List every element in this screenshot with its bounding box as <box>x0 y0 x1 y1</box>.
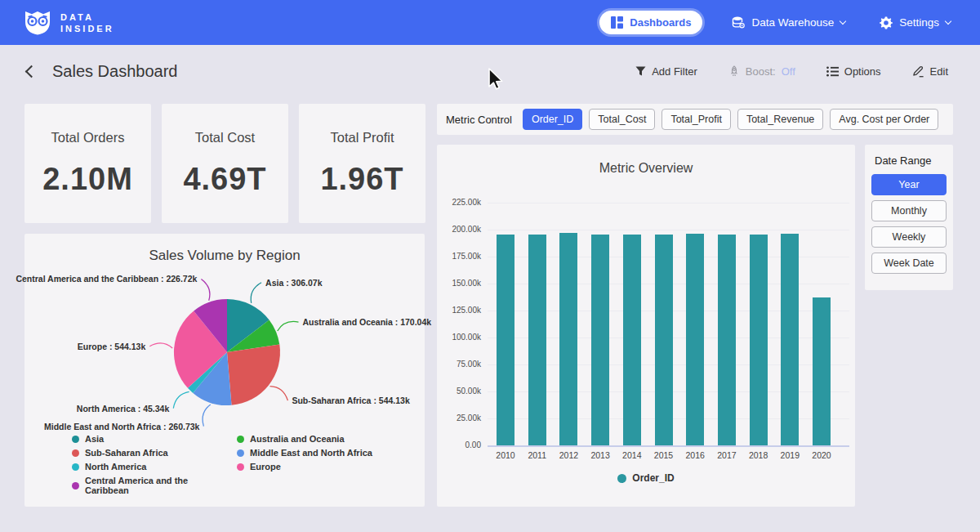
nav-dashboards-button[interactable]: Dashboards <box>599 11 702 34</box>
kpi-row: Total Orders 2.10M Total Cost 4.69T Tota… <box>24 104 425 223</box>
nav-settings-button[interactable]: Settings <box>875 16 956 30</box>
y-axis-tick: 0.00 <box>439 440 481 449</box>
metric-chip-total-profit[interactable]: Total_Profit <box>662 109 731 130</box>
bar-chart-legend-item[interactable]: Order_ID <box>437 472 855 484</box>
bar-2019[interactable] <box>781 234 799 445</box>
pie-legend-item-north-america[interactable]: North America <box>72 462 230 472</box>
bar-2016[interactable] <box>686 234 704 445</box>
metric-control-bar: Metric Control Order_IDTotal_CostTotal_P… <box>437 104 953 135</box>
x-axis-label-2014: 2014 <box>616 450 648 460</box>
x-axis-label-2018: 2018 <box>742 450 775 460</box>
bar-2015[interactable] <box>655 235 673 445</box>
legend-label: Middle East and North Africa <box>250 448 372 458</box>
x-axis-label-2020: 2020 <box>805 450 838 460</box>
metric-chip-avg-cost-per-order[interactable]: Avg. Cost per Order <box>830 109 938 130</box>
add-filter-button[interactable]: Add Filter <box>630 65 702 78</box>
y-axis-tick: 175.00k <box>439 252 481 261</box>
owl-logo-icon <box>23 10 52 35</box>
bar-chart-card: Metric Overview Order_ID 225.00k200.00k1… <box>437 145 855 507</box>
date-range-weekly[interactable]: Weekly <box>871 226 947 248</box>
nav-settings-label: Settings <box>899 16 939 29</box>
x-axis-label-2015: 2015 <box>648 450 680 460</box>
pie-legend-item-middle-east-and-north-africa[interactable]: Middle East and North Africa <box>237 448 372 458</box>
y-axis-tick: 25.00k <box>439 414 481 422</box>
bar-chart-title: Metric Overview <box>437 161 855 176</box>
pie-label-asia: Asia : 306.07k <box>265 278 322 288</box>
header-actions: Add Filter Boost: Off Options Ed <box>630 65 953 78</box>
dashboard-grid-icon <box>611 16 623 29</box>
pie-legend-item-europe[interactable]: Europe <box>237 462 372 472</box>
pie-legend-item-central-america-and-the-caribbean[interactable]: Central America and the Caribbean <box>72 476 230 495</box>
boost-toggle[interactable]: Boost: Off <box>724 65 800 78</box>
add-filter-label: Add Filter <box>652 65 697 78</box>
pie-label-sub-saharan-africa: Sub-Saharan Africa : 544.13k <box>292 396 409 405</box>
kpi-label: Total Orders <box>51 130 125 145</box>
bar-2017[interactable] <box>718 235 736 445</box>
back-button[interactable] <box>25 65 38 78</box>
bar-2012[interactable] <box>559 233 577 445</box>
pie-label-middle-east-and-north-africa: Middle East and North Africa : 260.73k <box>44 422 199 431</box>
metric-chip-total-revenue[interactable]: Total_Revenue <box>737 109 823 130</box>
x-axis-label-2011: 2011 <box>521 450 554 460</box>
edit-button[interactable]: Edit <box>907 65 953 78</box>
gridline <box>488 230 849 230</box>
pie-legend-item-australia-and-oceania[interactable]: Australia and Oceania <box>237 434 372 444</box>
kpi-value: 2.10M <box>42 162 133 197</box>
pie-label-australia-and-oceania: Australia and Oceania : 170.04k <box>303 317 432 327</box>
metric-control-options: Order_IDTotal_CostTotal_ProfitTotal_Reve… <box>523 109 938 130</box>
nav-data-warehouse-label: Data Warehouse <box>751 16 834 29</box>
kpi-value: 4.69T <box>183 162 266 197</box>
bar-2018[interactable] <box>750 235 768 445</box>
date-range-label: Date Range <box>875 154 947 167</box>
legend-dot <box>72 449 79 457</box>
y-axis-tick: 225.00k <box>439 198 481 207</box>
legend-label: Central America and the Caribbean <box>85 476 230 495</box>
nav-data-warehouse-button[interactable]: Data Warehouse <box>727 16 850 29</box>
x-axis-label-2013: 2013 <box>584 450 617 460</box>
bar-2011[interactable] <box>528 235 546 445</box>
bar-2020[interactable] <box>813 297 831 445</box>
y-axis-tick: 100.00k <box>439 333 481 342</box>
bar-2013[interactable] <box>591 235 609 445</box>
x-axis-label-2019: 2019 <box>773 450 806 460</box>
date-range-monthly[interactable]: Monthly <box>871 200 947 221</box>
nav-actions: Dashboards Data Warehouse Settings <box>599 11 956 34</box>
legend-label: Europe <box>250 462 281 472</box>
legend-dot <box>72 436 79 443</box>
bar-2014[interactable] <box>623 235 641 445</box>
options-button[interactable]: Options <box>822 65 886 78</box>
legend-label: Sub-Saharan Africa <box>85 448 168 458</box>
date-range-week-date[interactable]: Week Date <box>871 253 947 274</box>
kpi-label: Total Cost <box>195 130 255 145</box>
y-axis-tick: 75.00k <box>439 360 481 369</box>
date-range-options: YearMonthlyWeeklyWeek Date <box>871 174 947 274</box>
legend-dot <box>237 449 244 457</box>
database-icon <box>732 16 745 29</box>
pie-legend-item-asia[interactable]: Asia <box>72 434 230 444</box>
date-range-year[interactable]: Year <box>871 174 947 195</box>
pie-chart-card: Sales Volume by Region Asia : 306.07kAus… <box>24 234 425 507</box>
legend-label: Australia and Oceania <box>250 434 345 444</box>
metric-chip-total-cost[interactable]: Total_Cost <box>589 109 655 130</box>
pie-legend: AsiaAustralia and OceaniaSub-Saharan Afr… <box>72 434 372 495</box>
edit-label: Edit <box>930 65 948 78</box>
metric-chip-order-id[interactable]: Order_ID <box>523 109 582 130</box>
boost-label: Boost: <box>746 65 776 78</box>
pie-legend-item-sub-saharan-africa[interactable]: Sub-Saharan Africa <box>72 448 230 458</box>
kpi-card-total-orders: Total Orders 2.10M <box>24 104 151 223</box>
bar-2010[interactable] <box>497 235 514 445</box>
x-axis-label-2016: 2016 <box>679 450 711 460</box>
pie-label-europe: Europe : 544.13k <box>78 342 145 351</box>
gridline <box>488 203 849 203</box>
kpi-value: 1.96T <box>320 162 403 197</box>
kpi-card-total-profit: Total Profit 1.96T <box>299 104 425 223</box>
filter-funnel-icon <box>635 66 646 76</box>
x-axis-label-2012: 2012 <box>552 450 585 460</box>
metric-control-label: Metric Control <box>446 114 512 126</box>
chevron-down-icon <box>840 17 846 24</box>
options-label: Options <box>844 65 881 78</box>
list-options-icon <box>826 66 839 77</box>
legend-label: Order_ID <box>632 472 674 484</box>
bar-chart-plot <box>488 203 849 445</box>
edit-pencil-icon <box>912 65 924 78</box>
